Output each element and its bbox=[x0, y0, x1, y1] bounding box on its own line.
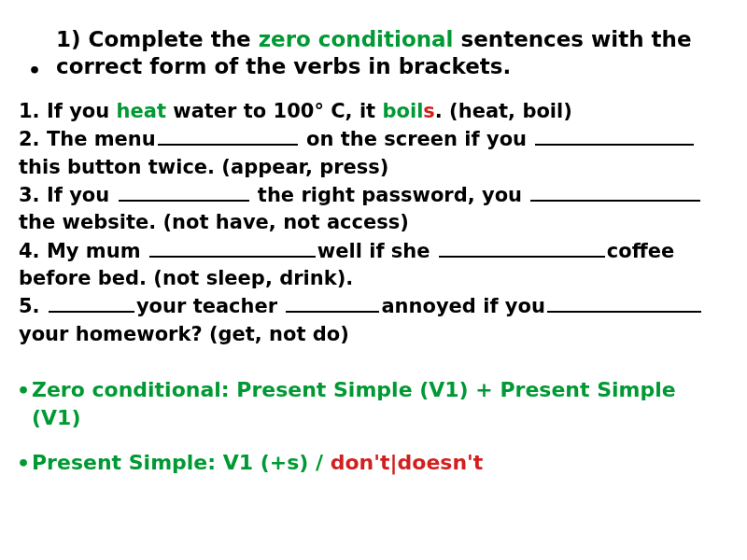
hint-1-text: Zero conditional: Present Simple (V1) + … bbox=[32, 378, 676, 429]
task-title: 1) Complete the zero conditional sentenc… bbox=[56, 26, 712, 81]
title-pre: 1) Complete the bbox=[56, 27, 259, 51]
q5-c: annoyed if you bbox=[381, 295, 545, 317]
q5-d: your homework? (get, not do) bbox=[19, 323, 349, 345]
bullet-icon: • bbox=[17, 377, 30, 405]
blank bbox=[530, 181, 700, 202]
blank bbox=[119, 181, 249, 202]
blank bbox=[439, 237, 605, 258]
bullet-icon: • bbox=[17, 450, 30, 478]
q1-c: . (heat, boil) bbox=[435, 100, 572, 122]
q3-c: the website. (not have, not access) bbox=[19, 211, 409, 233]
q2-c: this button twice. (appear, press) bbox=[19, 156, 388, 178]
exercise-body: 1. If you heat water to 100° C, it boils… bbox=[19, 98, 730, 348]
q1-a: 1. If you bbox=[19, 100, 117, 122]
q2-b: on the screen if you bbox=[300, 128, 534, 150]
slide: • 1) Complete the zero conditional sente… bbox=[0, 0, 747, 560]
title-bullet: • bbox=[28, 59, 41, 82]
blank bbox=[286, 292, 379, 313]
title-keyword: zero conditional bbox=[259, 27, 454, 51]
hint-2-b: don't|doesn't bbox=[331, 451, 484, 474]
question-2: 2. The menu on the screen if you this bu… bbox=[19, 125, 730, 181]
q4-a: 4. My mum bbox=[19, 240, 148, 262]
q1-boil: boil bbox=[382, 100, 423, 122]
question-1: 1. If you heat water to 100° C, it boils… bbox=[19, 98, 730, 125]
q1-b: water to 100° C, it bbox=[166, 100, 383, 122]
question-3: 3. If you the right password, you the we… bbox=[19, 181, 730, 237]
blank bbox=[547, 292, 701, 313]
hints: • Zero conditional: Present Simple (V1) … bbox=[17, 376, 730, 476]
hint-2: • Present Simple: V1 (+s) / don't|doesn'… bbox=[32, 449, 730, 477]
q3-a: 3. If you bbox=[19, 184, 117, 206]
blank bbox=[49, 292, 134, 313]
hint-1: • Zero conditional: Present Simple (V1) … bbox=[32, 376, 730, 431]
blank bbox=[535, 125, 694, 146]
q1-heat: heat bbox=[117, 100, 166, 122]
q4-b: well if she bbox=[317, 240, 437, 262]
q1-s: s bbox=[423, 100, 435, 122]
blank bbox=[158, 125, 298, 146]
q2-a: 2. The menu bbox=[19, 128, 156, 150]
hint-2-a: Present Simple: V1 (+s) / bbox=[32, 451, 331, 474]
q3-b: the right password, you bbox=[251, 184, 529, 206]
blank bbox=[149, 237, 316, 258]
q5-b: your teacher bbox=[136, 295, 285, 317]
question-4: 4. My mum well if she coffee before bed.… bbox=[19, 237, 730, 293]
question-5: 5. your teacher annoyed if you your home… bbox=[19, 292, 730, 348]
q5-a: 5. bbox=[19, 295, 47, 317]
